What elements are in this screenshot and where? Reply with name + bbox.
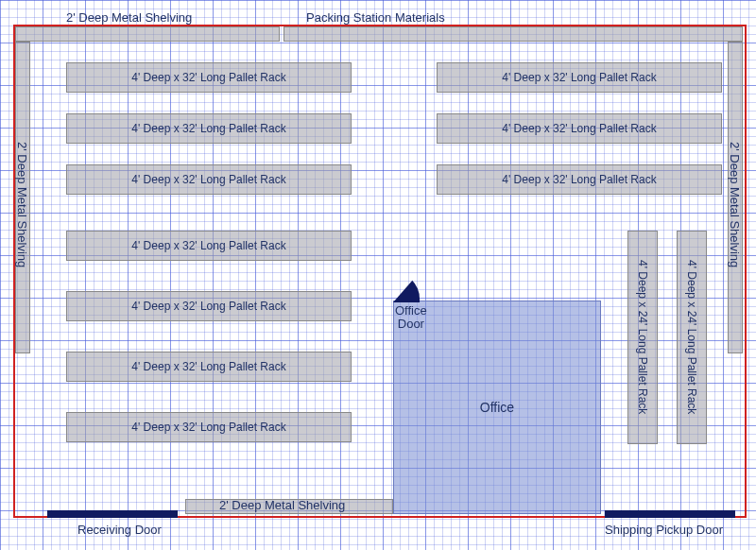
top-shelf-right: [284, 26, 743, 42]
top-shelving-label: 2' Deep Metal Shelving: [66, 11, 192, 25]
left-shelf-label: 2' Deep Metal Shelving: [15, 142, 28, 267]
top-shelf-left: [15, 26, 280, 42]
packing-station-label: Packing Station Materials: [306, 11, 445, 25]
left-rack-7: 4' Deep x 32' Long Pallet Rack: [66, 412, 352, 442]
right-rack-3: 4' Deep x 32' Long Pallet Rack: [437, 164, 722, 195]
right-shelf-label: 2' Deep Metal Shelving: [728, 142, 741, 267]
receiving-door: [47, 510, 178, 518]
left-rack-5: 4' Deep x 32' Long Pallet Rack: [66, 291, 352, 321]
left-rack-4: 4' Deep x 32' Long Pallet Rack: [66, 231, 352, 261]
shipping-door: [605, 510, 735, 518]
left-rack-1: 4' Deep x 32' Long Pallet Rack: [66, 62, 352, 93]
vert-rack-1: 4' Deep x 24' Long Pallet Rack: [627, 231, 658, 444]
right-rack-1: 4' Deep x 32' Long Pallet Rack: [437, 62, 722, 93]
office-area: Office: [393, 301, 601, 514]
shipping-door-label: Shipping Pickup Door: [605, 524, 723, 537]
office-door-label: Office Door: [395, 304, 427, 332]
floorplan-canvas: 2' Deep Metal Shelving Packing Station M…: [0, 0, 756, 550]
receiving-door-label: Receiving Door: [77, 524, 162, 537]
vert-rack-2: 4' Deep x 24' Long Pallet Rack: [677, 231, 707, 444]
bottom-shelf-label: 2' Deep Metal Shelving: [219, 499, 345, 512]
right-rack-2: 4' Deep x 32' Long Pallet Rack: [437, 113, 722, 144]
left-rack-3: 4' Deep x 32' Long Pallet Rack: [66, 164, 352, 195]
left-rack-6: 4' Deep x 32' Long Pallet Rack: [66, 352, 352, 382]
left-rack-2: 4' Deep x 32' Long Pallet Rack: [66, 113, 352, 144]
